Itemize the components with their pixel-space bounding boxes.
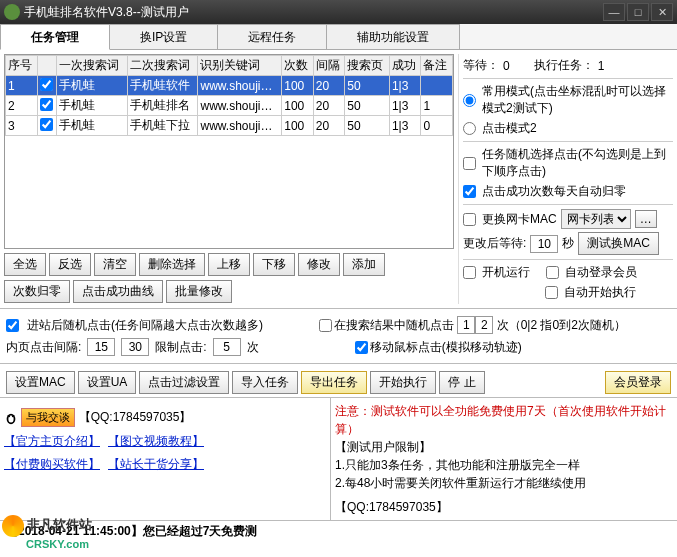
mac-list-btn[interactable]: … xyxy=(635,210,657,228)
gap2-input[interactable] xyxy=(121,338,149,356)
status-row: 等待：0 执行任务：1 xyxy=(463,57,673,74)
btn-清空[interactable]: 清空 xyxy=(94,253,136,276)
autologin-chk[interactable] xyxy=(546,266,559,279)
tab-aux-settings[interactable]: 辅助功能设置 xyxy=(326,24,460,49)
btn-添加[interactable]: 添加 xyxy=(343,253,385,276)
mode1-radio[interactable] xyxy=(463,94,476,107)
minimize-button[interactable]: — xyxy=(603,3,625,21)
btn-上移[interactable]: 上移 xyxy=(208,253,250,276)
btn-次数归零[interactable]: 次数归零 xyxy=(4,280,70,303)
window-title: 手机蛙排名软件V3.8--测试用户 xyxy=(24,4,603,21)
link-home[interactable]: 【官方主页介绍】 xyxy=(4,434,100,448)
tab-ip-settings[interactable]: 换IP设置 xyxy=(109,24,218,49)
btn-修改[interactable]: 修改 xyxy=(298,253,340,276)
qq-chat-badge[interactable]: 与我交谈 xyxy=(21,408,75,427)
table-buttons-2: 次数归零点击成功曲线批量修改 xyxy=(4,280,454,303)
table-row[interactable]: 2手机蛙手机蛙排名www.shouji…10020501|31 xyxy=(6,96,453,116)
boot-chk[interactable] xyxy=(463,266,476,279)
table-buttons-1: 全选反选清空删除选择上移下移修改添加 xyxy=(4,253,454,276)
maximize-button[interactable]: □ xyxy=(627,3,649,21)
btn-下移[interactable]: 下移 xyxy=(253,253,295,276)
table-row[interactable]: 3手机蛙手机蛙下拉www.shouji…10020501|30 xyxy=(6,116,453,136)
col-header[interactable]: 二次搜索词 xyxy=(127,56,198,76)
mac-chk[interactable] xyxy=(463,213,476,226)
swirl-icon xyxy=(2,515,24,537)
after-wait-input[interactable] xyxy=(530,235,558,253)
col-header[interactable]: 次数 xyxy=(282,56,314,76)
s1-input[interactable] xyxy=(457,316,475,334)
table-row[interactable]: 1手机蛙手机蛙软件www.shouji…10020501|3 xyxy=(6,76,453,96)
link-tutorial[interactable]: 【图文视频教程】 xyxy=(108,434,204,448)
set-mac-btn[interactable]: 设置MAC xyxy=(6,371,75,394)
move-mouse-chk[interactable] xyxy=(355,341,368,354)
close-button[interactable]: ✕ xyxy=(651,3,673,21)
set-ua-btn[interactable]: 设置UA xyxy=(78,371,137,394)
test-mac-btn[interactable]: 测试换MAC xyxy=(578,232,659,255)
autostart-chk[interactable] xyxy=(545,286,558,299)
task-table[interactable]: 序号一次搜索词二次搜索词识别关键词次数间隔搜索页成功备注 1手机蛙手机蛙软件ww… xyxy=(4,54,454,249)
info-left: 与我交谈 【QQ:1784597035】 【官方主页介绍】【图文视频教程】 【付… xyxy=(0,398,330,520)
info-right: 注意：测试软件可以全功能免费使用7天（首次使用软件开始计算） 【测试用户限制】 … xyxy=(330,398,677,520)
watermark-logo: 非凡软件站 CRSKY.com xyxy=(2,515,92,551)
btn-点击成功曲线[interactable]: 点击成功曲线 xyxy=(73,280,163,303)
mode1-label: 常用模式(点击坐标混乱时可以选择模式2测试下) xyxy=(482,83,673,117)
link-buy[interactable]: 【付费购买软件】 xyxy=(4,457,100,471)
btn-反选[interactable]: 反选 xyxy=(49,253,91,276)
col-header[interactable]: 备注 xyxy=(421,56,453,76)
titlebar: 手机蛙排名软件V3.8--测试用户 — □ ✕ xyxy=(0,0,677,24)
filter-btn[interactable]: 点击过滤设置 xyxy=(139,371,229,394)
btn-删除选择[interactable]: 删除选择 xyxy=(139,253,205,276)
col-header[interactable]: 识别关键词 xyxy=(198,56,282,76)
mode2-label: 点击模式2 xyxy=(482,120,537,137)
export-btn[interactable]: 导出任务 xyxy=(301,371,367,394)
col-header[interactable] xyxy=(37,56,57,76)
app-icon xyxy=(4,4,20,20)
col-header[interactable]: 序号 xyxy=(6,56,38,76)
mac-combo[interactable]: 网卡列表 xyxy=(561,209,631,229)
qq-icon xyxy=(4,411,18,425)
btn-批量修改[interactable]: 批量修改 xyxy=(166,280,232,303)
col-header[interactable]: 成功 xyxy=(389,56,421,76)
col-header[interactable]: 一次搜索词 xyxy=(57,56,128,76)
random-click-chk[interactable] xyxy=(463,157,476,170)
login-btn[interactable]: 会员登录 xyxy=(605,371,671,394)
col-header[interactable]: 间隔 xyxy=(313,56,345,76)
search-random-chk[interactable] xyxy=(319,319,332,332)
link-share[interactable]: 【站长干货分享】 xyxy=(108,457,204,471)
tab-task-manage[interactable]: 任务管理 xyxy=(0,24,110,50)
enter-random-chk[interactable] xyxy=(6,319,19,332)
svg-point-3 xyxy=(12,415,14,417)
main-tabs: 任务管理 换IP设置 远程任务 辅助功能设置 xyxy=(0,24,677,50)
btn-全选[interactable]: 全选 xyxy=(4,253,46,276)
start-btn[interactable]: 开始执行 xyxy=(370,371,436,394)
svg-point-2 xyxy=(8,415,10,417)
stop-btn[interactable]: 停 止 xyxy=(439,371,484,394)
limit-input[interactable] xyxy=(213,338,241,356)
gap1-input[interactable] xyxy=(87,338,115,356)
auto-zero-chk[interactable] xyxy=(463,185,476,198)
mode2-radio[interactable] xyxy=(463,122,476,135)
col-header[interactable]: 搜索页 xyxy=(345,56,390,76)
status-bar: 【2018-04-21 11:45:00】您已经超过7天免费测 xyxy=(0,520,677,542)
tab-remote-task[interactable]: 远程任务 xyxy=(217,24,327,49)
s2-input[interactable] xyxy=(475,316,493,334)
import-btn[interactable]: 导入任务 xyxy=(232,371,298,394)
